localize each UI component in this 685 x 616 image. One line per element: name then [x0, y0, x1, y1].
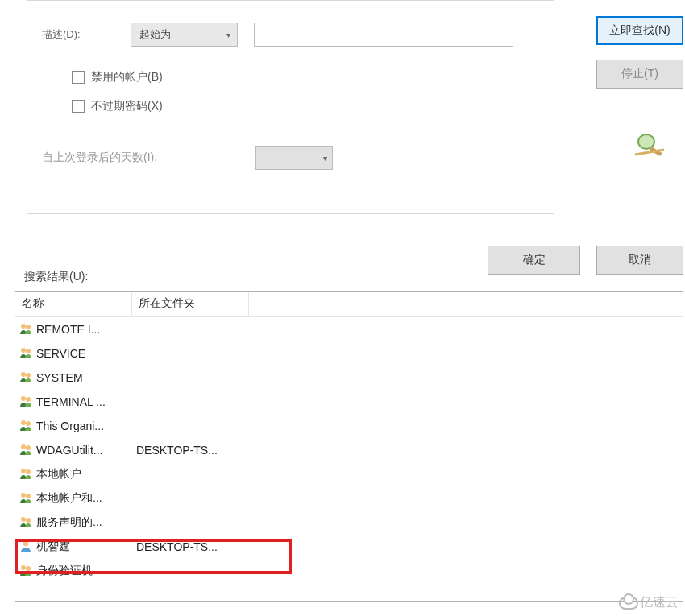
magnifier-icon [630, 130, 667, 159]
group-icon [19, 442, 35, 458]
table-row[interactable]: SERVICE [15, 341, 683, 366]
svg-point-5 [26, 349, 31, 353]
days-since-login-label: 自上次登录后的天数(I): [42, 151, 255, 165]
search-results-label: 搜索结果(U): [24, 270, 88, 284]
watermark: 亿速云 [619, 594, 679, 611]
svg-point-21 [21, 565, 26, 570]
svg-point-10 [21, 420, 26, 425]
nonexpiring-password-label: 不过期密码(X) [91, 99, 163, 114]
watermark-text: 亿速云 [640, 594, 679, 611]
group-icon [19, 418, 35, 434]
table-row[interactable]: This Organi... [15, 414, 683, 438]
group-icon [19, 370, 35, 386]
group-icon [19, 345, 35, 362]
results-body: REMOTE I...SERVICESYSTEMTERMINAL ...This… [15, 317, 683, 583]
row-name: SYSTEM [36, 371, 133, 384]
disabled-accounts-label: 禁用的帐户(B) [91, 70, 163, 85]
table-row[interactable]: 服务声明的... [15, 511, 683, 535]
group-icon [19, 466, 35, 482]
svg-point-4 [21, 348, 26, 353]
cloud-icon [619, 597, 638, 610]
svg-point-7 [26, 373, 31, 378]
svg-point-13 [26, 445, 31, 450]
table-row[interactable]: SYSTEM [15, 366, 683, 390]
svg-point-20 [23, 541, 28, 546]
group-icon [19, 515, 35, 531]
svg-point-11 [26, 421, 31, 426]
column-name-header[interactable]: 名称 [15, 292, 132, 316]
find-now-label: 立即查找(N) [609, 23, 670, 38]
row-name: WDAGUtilit... [36, 444, 133, 457]
ok-button[interactable]: 确定 [488, 246, 580, 275]
table-row[interactable]: 机智霆DESKTOP-TS... [15, 535, 683, 559]
ok-label: 确定 [523, 253, 546, 267]
stop-label: 停止(T) [621, 67, 658, 81]
search-criteria-group: 描述(D): 起始为 ▾ 禁用的帐户(B) 不过期密码(X) 自上次登录后的天数… [27, 0, 554, 214]
row-folder: DESKTOP-TS... [133, 444, 250, 457]
svg-point-19 [26, 518, 31, 523]
table-row[interactable]: 本地帐户和... [15, 486, 683, 511]
row-name: TERMINAL ... [36, 395, 133, 408]
days-since-login-combo[interactable]: ▾ [255, 146, 333, 170]
row-name: REMOTE I... [36, 323, 133, 336]
svg-point-16 [21, 493, 26, 498]
stop-button[interactable]: 停止(T) [596, 60, 683, 89]
description-input[interactable] [254, 23, 513, 47]
group-icon [19, 321, 35, 337]
table-row[interactable]: REMOTE I... [15, 317, 683, 341]
svg-point-17 [26, 494, 31, 498]
row-name: 本地帐户 [36, 467, 133, 482]
table-row[interactable]: TERMINAL ... [15, 390, 683, 414]
description-combo[interactable]: 起始为 ▾ [131, 23, 238, 47]
svg-point-3 [26, 325, 31, 329]
table-row[interactable]: 身份验证机... [15, 559, 683, 583]
column-folder-header[interactable]: 所在文件夹 [132, 292, 249, 316]
row-name: 本地帐户和... [36, 491, 133, 506]
chevron-down-icon: ▾ [323, 154, 327, 163]
nonexpiring-password-checkbox-row[interactable]: 不过期密码(X) [72, 99, 163, 114]
table-row[interactable]: WDAGUtilit...DESKTOP-TS... [15, 438, 683, 462]
disabled-accounts-checkbox-row[interactable]: 禁用的帐户(B) [72, 70, 163, 85]
svg-point-12 [21, 444, 26, 449]
find-now-button[interactable]: 立即查找(N) [596, 16, 683, 45]
svg-point-15 [26, 469, 31, 474]
table-row[interactable]: 本地帐户 [15, 462, 683, 486]
group-icon [19, 563, 35, 579]
results-header: 名称 所在文件夹 [15, 292, 683, 317]
row-name: This Organi... [36, 420, 133, 432]
row-name: 身份验证机... [36, 564, 133, 578]
description-combo-value: 起始为 [139, 27, 171, 42]
description-label: 描述(D): [42, 27, 131, 42]
row-name: SERVICE [36, 347, 133, 360]
checkbox-icon [72, 100, 85, 113]
cancel-label: 取消 [629, 253, 651, 267]
svg-point-22 [26, 566, 31, 571]
svg-point-8 [21, 396, 26, 401]
svg-point-18 [21, 517, 26, 522]
results-list: 名称 所在文件夹 REMOTE I...SERVICESYSTEMTERMINA… [15, 291, 683, 602]
user-icon [19, 539, 35, 555]
svg-point-0 [638, 134, 654, 149]
description-row: 描述(D): 起始为 ▾ [42, 23, 513, 47]
row-folder: DESKTOP-TS... [133, 540, 250, 553]
days-since-login-row: 自上次登录后的天数(I): ▾ [42, 146, 333, 170]
svg-point-9 [26, 397, 31, 402]
svg-point-14 [21, 469, 26, 473]
svg-point-6 [21, 372, 26, 377]
chevron-down-icon: ▾ [226, 31, 230, 39]
group-icon [19, 394, 35, 410]
row-name: 服务声明的... [36, 515, 133, 530]
cancel-button[interactable]: 取消 [596, 246, 683, 275]
checkbox-icon [72, 71, 85, 84]
row-name: 机智霆 [36, 540, 133, 554]
svg-point-2 [21, 324, 26, 329]
group-icon [19, 490, 35, 506]
